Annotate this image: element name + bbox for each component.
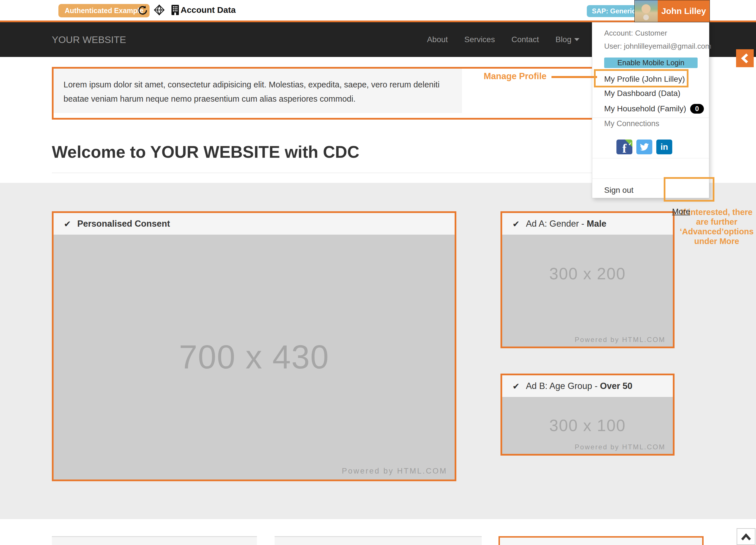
account-type-label: Account: Customer <box>604 29 667 38</box>
menu-item-sign-out[interactable]: Sign out <box>604 186 634 195</box>
enable-mobile-login-button[interactable]: Enable Mobile Login <box>604 58 698 68</box>
consent-ad-slot: 700 x 430 Powered by HTML.COM <box>54 235 455 479</box>
menu-divider <box>592 118 709 118</box>
ad-b-header: ✔ Ad B: Age Group - Over 50 <box>502 375 673 397</box>
my-household-label: My Household (Family) <box>604 104 686 113</box>
user-name-label: John Lilley <box>658 0 710 22</box>
ad-a-panel: ✔ Ad A: Gender - Male 300 x 200 Powered … <box>500 211 675 348</box>
nav-item-about[interactable]: About <box>427 35 448 44</box>
ad-a-title-prefix: Ad A: Gender - <box>526 219 587 229</box>
user-avatar-image <box>635 0 658 22</box>
account-user-email: User: johnlilleyemail@gmail.com <box>604 42 711 51</box>
nav-item-blog[interactable]: Blog <box>555 35 579 44</box>
ad-a-title: Ad A: Gender - Male <box>526 219 606 229</box>
more-annotation-box <box>664 177 714 202</box>
consent-panel-header: ✔ Personalised Consent <box>54 213 455 235</box>
building-icon[interactable] <box>171 5 179 15</box>
nav-item-contact[interactable]: Contact <box>511 35 539 44</box>
check-icon: ✔ <box>512 219 520 229</box>
menu-item-my-household[interactable]: My Household (Family) 0 <box>604 104 704 114</box>
ad-b-placeholder-size: 300 x 100 <box>549 416 626 435</box>
advanced-note-line: under More <box>677 236 756 246</box>
ad-b-panel: ✔ Ad B: Age Group - Over 50 300 x 100 Po… <box>500 373 675 456</box>
account-dropdown-menu: Account: Customer User: johnlilleyemail@… <box>592 22 709 198</box>
nav-item-blog-label: Blog <box>555 35 571 44</box>
ad-a-slot: 300 x 200 Powered by HTML.COM <box>502 235 673 346</box>
bottom-card-3-highlighted <box>498 536 704 545</box>
my-profile-annotation-box <box>594 69 688 87</box>
ad-a-header: ✔ Ad A: Gender - Male <box>502 213 673 235</box>
chevron-up-icon <box>740 533 752 541</box>
connected-check-icon: ✓ <box>625 140 632 147</box>
personalised-consent-panel: ✔ Personalised Consent 700 x 430 Powered… <box>52 211 456 481</box>
social-connections: f ✓ in <box>616 140 672 154</box>
check-icon: ✔ <box>64 219 71 229</box>
menu-item-my-dashboard[interactable]: My Dashboard (Data) <box>604 89 681 98</box>
linkedin-icon[interactable]: in <box>656 140 672 154</box>
refresh-icon[interactable] <box>137 5 148 15</box>
linkedin-letters: in <box>661 142 668 152</box>
check-icon: ✔ <box>512 381 520 391</box>
nav-item-services[interactable]: Services <box>464 35 495 44</box>
annotation-connector-line <box>551 76 597 78</box>
user-menu-toggle[interactable]: John Lilley <box>634 0 710 22</box>
consent-powered-by: Powered by HTML.COM <box>342 467 447 475</box>
household-count-badge: 0 <box>690 104 704 114</box>
my-connections-label: My Connections <box>604 119 659 128</box>
ad-b-slot: 300 x 100 Powered by HTML.COM <box>502 397 673 454</box>
advanced-note-line: are further <box>677 217 756 227</box>
topbar-icon-group <box>137 5 179 15</box>
site-brand[interactable]: YOUR WEBSITE <box>52 22 126 57</box>
ad-a-placeholder-size: 300 x 200 <box>549 264 626 283</box>
scroll-to-top-button[interactable] <box>737 528 755 545</box>
facebook-icon[interactable]: f ✓ <box>616 140 632 154</box>
menu-item-more[interactable]: More <box>672 207 690 216</box>
consent-placeholder-size: 700 x 430 <box>179 338 329 376</box>
ad-b-title-prefix: Ad B: Age Group - <box>526 381 600 391</box>
navbar-collapse-button[interactable] <box>736 49 754 67</box>
page-context-title: Account Data <box>181 5 236 15</box>
authenticated-example-badge: Authenticated Example <box>58 4 150 17</box>
ad-b-title: Ad B: Age Group - Over 50 <box>526 381 632 391</box>
ad-a-powered-by: Powered by HTML.COM <box>575 336 665 344</box>
chevron-left-icon <box>740 53 750 64</box>
advanced-note-line: ‘Advanced’options <box>677 227 756 236</box>
ad-a-title-value: Male <box>587 219 606 229</box>
caret-down-icon <box>574 38 579 41</box>
bottom-card-1 <box>52 536 257 545</box>
page-title: Welcome to YOUR WEBSITE with CDC <box>52 142 359 162</box>
sap-generic-badge: SAP: Generic <box>587 5 641 17</box>
manage-profile-annotation: Manage Profile <box>484 71 547 81</box>
consent-panel-title: Personalised Consent <box>77 219 170 229</box>
nav-items: About Services Contact Blog <box>427 22 579 57</box>
ad-b-powered-by: Powered by HTML.COM <box>575 443 665 451</box>
twitter-icon[interactable] <box>636 140 652 154</box>
menu-divider <box>592 158 709 158</box>
bottom-card-2 <box>275 536 482 545</box>
cube-icon[interactable] <box>154 5 165 15</box>
ad-b-title-value: Over 50 <box>600 381 632 391</box>
